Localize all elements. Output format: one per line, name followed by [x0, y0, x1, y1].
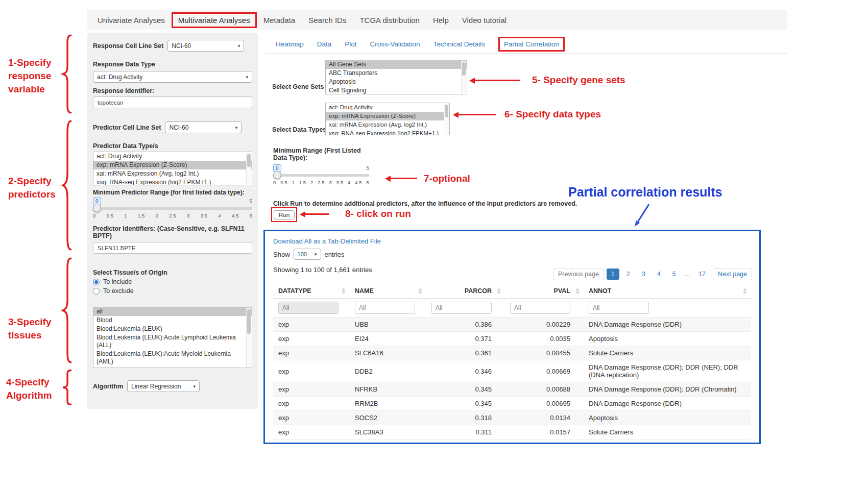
tick-label: 1.5	[138, 213, 144, 218]
tick-label: 5	[367, 180, 369, 185]
listbox-option[interactable]: xai: mRNA Expression (Avg. log2 Int.)	[93, 169, 252, 178]
column-header-label: PARCOR	[465, 287, 492, 295]
table-row: exp EI24 0.371 0.0035 Apoptosis	[273, 332, 751, 346]
response-data-type-select[interactable]: act: Drug Activity ▾	[93, 71, 252, 83]
sort-icon[interactable]	[418, 288, 422, 294]
previous-page-button[interactable]: Previous page	[553, 268, 604, 280]
cell-name: EI24	[350, 332, 426, 346]
min-predictor-range-label: Minimum Predictor Range (for first liste…	[93, 189, 252, 196]
listbox-option[interactable]: xai: mRNA Expression (Avg. log2 Int.)	[326, 120, 449, 129]
entries-per-page-select[interactable]: 100 ▾	[294, 249, 321, 260]
listbox-option-selected[interactable]: all	[93, 307, 252, 316]
filter-name-input[interactable]	[355, 302, 415, 314]
tab-heatmap[interactable]: Heatmap	[276, 40, 304, 48]
response-identifier-input[interactable]	[93, 96, 252, 108]
tick-label: 3	[187, 213, 189, 218]
filter-parcor-input[interactable]	[431, 302, 492, 314]
listbox-option-selected[interactable]: exp: mRNA Expression (Z-Score)	[326, 112, 449, 120]
listbox-option-selected[interactable]: All Gene Sets	[326, 60, 467, 69]
scrollbar-thumb[interactable]	[445, 105, 448, 117]
filter-pval-input[interactable]	[510, 302, 570, 314]
cell-datatype: exp	[273, 346, 350, 360]
scrollbar	[246, 153, 251, 184]
slider-ticks: 0 0.5 1 1.5 2 2.5 3 3.5 4 4.5 5	[273, 180, 369, 185]
sort-icon[interactable]	[497, 288, 501, 294]
cell-annot: Apoptosis	[584, 332, 751, 346]
response-cell-line-set-select[interactable]: NCI-60 ▾	[167, 40, 244, 52]
show-label: Show	[273, 251, 290, 258]
column-header-pval[interactable]: PVAL	[505, 284, 584, 299]
tissue-exclude-radio[interactable]: To exclude	[93, 287, 252, 295]
listbox-option[interactable]: Blood:Leukemia (LEUK)	[93, 325, 252, 333]
slider-handle[interactable]	[93, 204, 101, 212]
page-button-4[interactable]: 4	[653, 269, 665, 280]
column-header-datatype[interactable]: DATATYPE	[273, 284, 350, 299]
entries-per-page-value: 100	[298, 251, 307, 257]
nav-help[interactable]: Help	[426, 13, 455, 28]
download-all-link[interactable]: Download All as a Tab-Delimited File	[273, 237, 381, 245]
predictor-identifiers-input[interactable]	[93, 242, 252, 254]
pagination-ellipsis: …	[683, 269, 692, 280]
nav-multivariate-analyses[interactable]: Multivariate Analyses	[172, 12, 257, 28]
sort-icon[interactable]	[575, 288, 580, 294]
column-header-name[interactable]: NAME	[350, 284, 426, 299]
listbox-option[interactable]: ABC Transporters	[326, 69, 467, 78]
page-button-3[interactable]: 3	[637, 269, 650, 280]
listbox-option[interactable]: Blood:Leukemia (LEUK):Chronic Myelogenou…	[93, 366, 252, 368]
listbox-option-selected[interactable]: exp: mRNA Expression (Z-Score)	[93, 161, 252, 169]
slider-handle[interactable]	[273, 171, 281, 179]
page-button-5[interactable]: 5	[668, 269, 681, 280]
response-identifier-label: Response Identifier:	[93, 87, 252, 94]
listbox-option[interactable]: xsq: RNA-seq Expression (log2 FPKM+1.)	[93, 178, 252, 185]
listbox-option[interactable]: Cell Signaling	[326, 86, 467, 94]
predictor-identifiers-label: Predictor Identifiers: (Case-Sensitive, …	[93, 225, 252, 239]
next-page-button[interactable]: Next page	[713, 268, 752, 280]
tissue-include-label: To include	[103, 278, 132, 285]
tab-data[interactable]: Data	[317, 40, 332, 48]
column-header-annot[interactable]: ANNOT	[584, 284, 751, 299]
listbox-option[interactable]: Blood	[93, 316, 252, 325]
tab-plot[interactable]: Plot	[345, 40, 356, 48]
slider-track[interactable]	[273, 174, 369, 177]
algorithm-select[interactable]: Linear Regression ▾	[127, 380, 200, 392]
listbox-option[interactable]: Blood:Leukemia (LEUK):Acute Myeloid Leuk…	[93, 350, 252, 366]
tick-label: 0.5	[107, 213, 113, 218]
response-cell-line-set-label: Response Cell Line Set	[93, 42, 163, 50]
nav-search-ids[interactable]: Search IDs	[302, 13, 353, 28]
run-button[interactable]: Run	[274, 210, 295, 219]
scrollbar-thumb[interactable]	[247, 154, 251, 167]
filter-datatype-input[interactable]	[278, 302, 339, 314]
nav-univariate-analyses[interactable]: Univariate Analyses	[91, 13, 172, 28]
page-button-17[interactable]: 17	[694, 269, 710, 280]
filter-annot-input[interactable]	[589, 302, 649, 314]
scrollbar-thumb[interactable]	[247, 309, 251, 334]
nav-tcga-distribution[interactable]: TCGA distribution	[353, 13, 426, 28]
annotation-step8: 8- click on run	[345, 207, 411, 221]
cell-name: NFRKB	[350, 382, 426, 397]
nav-video-tutorial[interactable]: Video tutorial	[455, 13, 513, 28]
listbox-option[interactable]: act: Drug Activity	[326, 103, 449, 112]
page-button-2[interactable]: 2	[622, 269, 635, 280]
sort-icon[interactable]	[342, 288, 346, 294]
page-button-1[interactable]: 1	[607, 269, 619, 280]
brace-step1	[61, 34, 73, 114]
tab-partial-correlation[interactable]: Partial Correlation	[498, 37, 565, 52]
listbox-option[interactable]: Apoptosis	[326, 78, 467, 86]
min-predictor-range-slider: 0 5 0 0.5 1 1.5 2 2.5 3 3.5 4 4.5 5	[93, 198, 252, 220]
column-header-parcor[interactable]: PARCOR	[426, 284, 505, 299]
tissue-include-radio[interactable]: To include	[93, 278, 252, 285]
listbox-option[interactable]: act: Drug Activity	[93, 152, 252, 161]
cell-annot: DNA Damage Response (DDR)	[584, 397, 751, 411]
cell-datatype: exp	[273, 411, 350, 425]
tab-cross-validation[interactable]: Cross-Validation	[370, 40, 420, 48]
predictor-data-types-listbox: act: Drug Activity exp: mRNA Expression …	[93, 152, 252, 185]
slider-track[interactable]	[93, 207, 252, 210]
sort-icon[interactable]	[743, 288, 747, 294]
listbox-option[interactable]: Blood:Leukemia (LEUK):Acute Lymphoid Leu…	[93, 333, 252, 350]
listbox-option[interactable]: xsq: RNA-seq Expression (log2 FPKM+1.)	[326, 129, 449, 135]
arrow-step6	[455, 114, 496, 115]
nav-metadata[interactable]: Metadata	[257, 13, 302, 28]
predictor-cell-line-set-select[interactable]: NCI-60 ▾	[165, 121, 242, 133]
scrollbar-thumb[interactable]	[462, 62, 466, 76]
tab-technical-details[interactable]: Technical Details	[433, 40, 485, 48]
